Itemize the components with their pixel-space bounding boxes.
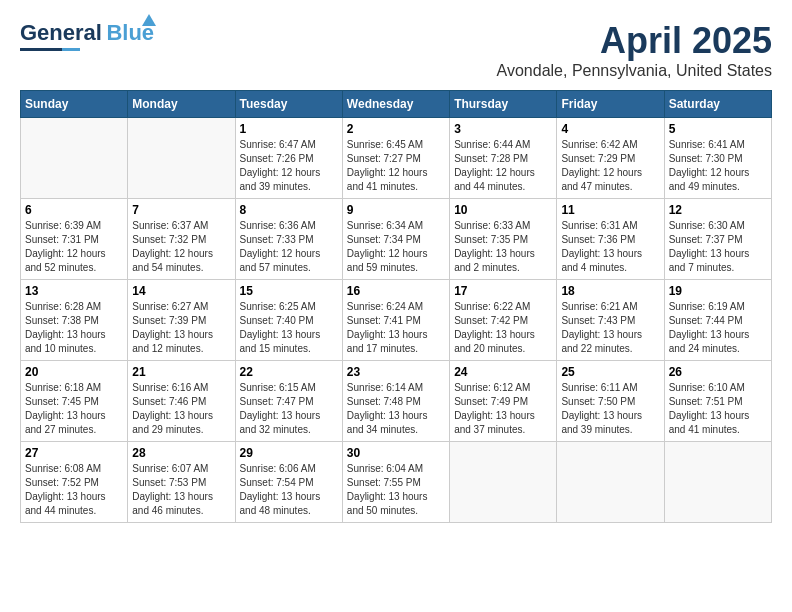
day-info: Sunrise: 6:24 AMSunset: 7:41 PMDaylight:…	[347, 300, 445, 356]
day-info: Sunrise: 6:39 AMSunset: 7:31 PMDaylight:…	[25, 219, 123, 275]
calendar-cell: 8Sunrise: 6:36 AMSunset: 7:33 PMDaylight…	[235, 199, 342, 280]
day-info: Sunrise: 6:41 AMSunset: 7:30 PMDaylight:…	[669, 138, 767, 194]
calendar-cell: 15Sunrise: 6:25 AMSunset: 7:40 PMDayligh…	[235, 280, 342, 361]
day-number: 8	[240, 203, 338, 217]
weekday-header-row: SundayMondayTuesdayWednesdayThursdayFrid…	[21, 91, 772, 118]
calendar-cell: 19Sunrise: 6:19 AMSunset: 7:44 PMDayligh…	[664, 280, 771, 361]
day-info: Sunrise: 6:14 AMSunset: 7:48 PMDaylight:…	[347, 381, 445, 437]
calendar-cell: 14Sunrise: 6:27 AMSunset: 7:39 PMDayligh…	[128, 280, 235, 361]
day-number: 17	[454, 284, 552, 298]
calendar-cell: 21Sunrise: 6:16 AMSunset: 7:46 PMDayligh…	[128, 361, 235, 442]
calendar-cell: 5Sunrise: 6:41 AMSunset: 7:30 PMDaylight…	[664, 118, 771, 199]
calendar-cell: 6Sunrise: 6:39 AMSunset: 7:31 PMDaylight…	[21, 199, 128, 280]
day-number: 7	[132, 203, 230, 217]
weekday-header-thursday: Thursday	[450, 91, 557, 118]
calendar-cell: 2Sunrise: 6:45 AMSunset: 7:27 PMDaylight…	[342, 118, 449, 199]
day-number: 4	[561, 122, 659, 136]
day-info: Sunrise: 6:08 AMSunset: 7:52 PMDaylight:…	[25, 462, 123, 518]
day-number: 19	[669, 284, 767, 298]
calendar-cell: 17Sunrise: 6:22 AMSunset: 7:42 PMDayligh…	[450, 280, 557, 361]
day-info: Sunrise: 6:36 AMSunset: 7:33 PMDaylight:…	[240, 219, 338, 275]
day-number: 5	[669, 122, 767, 136]
day-info: Sunrise: 6:12 AMSunset: 7:49 PMDaylight:…	[454, 381, 552, 437]
day-number: 1	[240, 122, 338, 136]
day-number: 28	[132, 446, 230, 460]
day-info: Sunrise: 6:18 AMSunset: 7:45 PMDaylight:…	[25, 381, 123, 437]
calendar-cell: 1Sunrise: 6:47 AMSunset: 7:26 PMDaylight…	[235, 118, 342, 199]
weekday-header-tuesday: Tuesday	[235, 91, 342, 118]
title-section: April 2025 Avondale, Pennsylvania, Unite…	[497, 20, 772, 80]
calendar-week-1: 1Sunrise: 6:47 AMSunset: 7:26 PMDaylight…	[21, 118, 772, 199]
day-number: 23	[347, 365, 445, 379]
calendar-cell: 28Sunrise: 6:07 AMSunset: 7:53 PMDayligh…	[128, 442, 235, 523]
calendar-cell	[557, 442, 664, 523]
day-info: Sunrise: 6:16 AMSunset: 7:46 PMDaylight:…	[132, 381, 230, 437]
weekday-header-sunday: Sunday	[21, 91, 128, 118]
day-info: Sunrise: 6:45 AMSunset: 7:27 PMDaylight:…	[347, 138, 445, 194]
logo-general: General	[20, 20, 102, 45]
day-number: 12	[669, 203, 767, 217]
calendar-cell: 13Sunrise: 6:28 AMSunset: 7:38 PMDayligh…	[21, 280, 128, 361]
month-title: April 2025	[497, 20, 772, 62]
day-number: 26	[669, 365, 767, 379]
day-number: 2	[347, 122, 445, 136]
calendar-cell: 22Sunrise: 6:15 AMSunset: 7:47 PMDayligh…	[235, 361, 342, 442]
day-number: 11	[561, 203, 659, 217]
day-number: 15	[240, 284, 338, 298]
day-number: 10	[454, 203, 552, 217]
location-text: Avondale, Pennsylvania, United States	[497, 62, 772, 80]
calendar-cell: 7Sunrise: 6:37 AMSunset: 7:32 PMDaylight…	[128, 199, 235, 280]
day-info: Sunrise: 6:22 AMSunset: 7:42 PMDaylight:…	[454, 300, 552, 356]
calendar-cell: 23Sunrise: 6:14 AMSunset: 7:48 PMDayligh…	[342, 361, 449, 442]
calendar-cell: 12Sunrise: 6:30 AMSunset: 7:37 PMDayligh…	[664, 199, 771, 280]
day-info: Sunrise: 6:31 AMSunset: 7:36 PMDaylight:…	[561, 219, 659, 275]
weekday-header-friday: Friday	[557, 91, 664, 118]
calendar-week-3: 13Sunrise: 6:28 AMSunset: 7:38 PMDayligh…	[21, 280, 772, 361]
calendar-cell: 10Sunrise: 6:33 AMSunset: 7:35 PMDayligh…	[450, 199, 557, 280]
day-info: Sunrise: 6:34 AMSunset: 7:34 PMDaylight:…	[347, 219, 445, 275]
calendar-cell	[664, 442, 771, 523]
day-info: Sunrise: 6:28 AMSunset: 7:38 PMDaylight:…	[25, 300, 123, 356]
day-number: 6	[25, 203, 123, 217]
day-info: Sunrise: 6:21 AMSunset: 7:43 PMDaylight:…	[561, 300, 659, 356]
calendar-cell: 26Sunrise: 6:10 AMSunset: 7:51 PMDayligh…	[664, 361, 771, 442]
calendar-cell: 29Sunrise: 6:06 AMSunset: 7:54 PMDayligh…	[235, 442, 342, 523]
calendar-week-5: 27Sunrise: 6:08 AMSunset: 7:52 PMDayligh…	[21, 442, 772, 523]
day-info: Sunrise: 6:33 AMSunset: 7:35 PMDaylight:…	[454, 219, 552, 275]
day-info: Sunrise: 6:11 AMSunset: 7:50 PMDaylight:…	[561, 381, 659, 437]
day-number: 27	[25, 446, 123, 460]
day-info: Sunrise: 6:47 AMSunset: 7:26 PMDaylight:…	[240, 138, 338, 194]
day-number: 9	[347, 203, 445, 217]
weekday-header-saturday: Saturday	[664, 91, 771, 118]
day-info: Sunrise: 6:42 AMSunset: 7:29 PMDaylight:…	[561, 138, 659, 194]
calendar-table: SundayMondayTuesdayWednesdayThursdayFrid…	[20, 90, 772, 523]
day-number: 14	[132, 284, 230, 298]
day-number: 30	[347, 446, 445, 460]
day-info: Sunrise: 6:25 AMSunset: 7:40 PMDaylight:…	[240, 300, 338, 356]
calendar-cell: 9Sunrise: 6:34 AMSunset: 7:34 PMDaylight…	[342, 199, 449, 280]
logo-underline	[20, 48, 80, 51]
calendar-cell: 16Sunrise: 6:24 AMSunset: 7:41 PMDayligh…	[342, 280, 449, 361]
day-info: Sunrise: 6:07 AMSunset: 7:53 PMDaylight:…	[132, 462, 230, 518]
day-number: 24	[454, 365, 552, 379]
calendar-cell: 20Sunrise: 6:18 AMSunset: 7:45 PMDayligh…	[21, 361, 128, 442]
calendar-cell: 18Sunrise: 6:21 AMSunset: 7:43 PMDayligh…	[557, 280, 664, 361]
logo: General Blue	[20, 20, 154, 51]
calendar-cell	[21, 118, 128, 199]
day-info: Sunrise: 6:10 AMSunset: 7:51 PMDaylight:…	[669, 381, 767, 437]
calendar-cell: 4Sunrise: 6:42 AMSunset: 7:29 PMDaylight…	[557, 118, 664, 199]
calendar-cell: 11Sunrise: 6:31 AMSunset: 7:36 PMDayligh…	[557, 199, 664, 280]
day-number: 20	[25, 365, 123, 379]
day-number: 29	[240, 446, 338, 460]
calendar-cell: 30Sunrise: 6:04 AMSunset: 7:55 PMDayligh…	[342, 442, 449, 523]
calendar-cell	[128, 118, 235, 199]
day-info: Sunrise: 6:37 AMSunset: 7:32 PMDaylight:…	[132, 219, 230, 275]
weekday-header-wednesday: Wednesday	[342, 91, 449, 118]
day-number: 16	[347, 284, 445, 298]
calendar-cell: 25Sunrise: 6:11 AMSunset: 7:50 PMDayligh…	[557, 361, 664, 442]
calendar-cell: 24Sunrise: 6:12 AMSunset: 7:49 PMDayligh…	[450, 361, 557, 442]
day-info: Sunrise: 6:04 AMSunset: 7:55 PMDaylight:…	[347, 462, 445, 518]
day-number: 13	[25, 284, 123, 298]
day-info: Sunrise: 6:44 AMSunset: 7:28 PMDaylight:…	[454, 138, 552, 194]
day-info: Sunrise: 6:30 AMSunset: 7:37 PMDaylight:…	[669, 219, 767, 275]
